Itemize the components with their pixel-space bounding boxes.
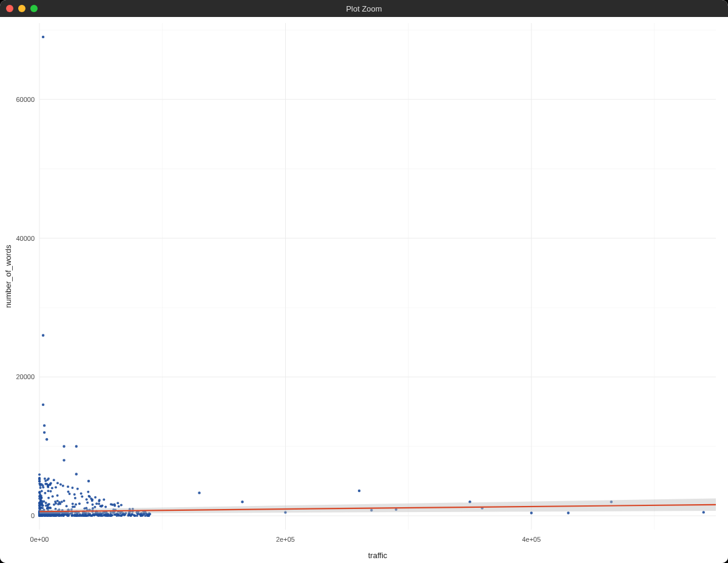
svg-point-359 [44, 477, 46, 480]
svg-point-634 [530, 511, 533, 514]
svg-point-615 [42, 36, 44, 38]
svg-point-583 [49, 484, 52, 486]
y-tick-label: 20000 [16, 373, 35, 380]
svg-point-559 [46, 479, 49, 481]
svg-point-181 [55, 486, 57, 488]
svg-point-591 [91, 499, 93, 502]
svg-point-458 [134, 514, 136, 517]
svg-point-532 [96, 514, 98, 516]
svg-point-572 [50, 490, 52, 493]
svg-point-216 [61, 501, 63, 503]
svg-point-558 [93, 514, 96, 516]
plot-canvas: 0e+002e+054e+050200004000060000trafficnu… [0, 17, 728, 563]
svg-point-527 [56, 500, 59, 502]
svg-point-88 [118, 505, 120, 508]
svg-point-321 [38, 477, 41, 479]
svg-point-440 [38, 504, 41, 507]
svg-point-594 [92, 504, 94, 506]
svg-point-129 [103, 499, 105, 501]
svg-point-516 [67, 490, 69, 493]
svg-point-379 [117, 513, 120, 516]
svg-point-289 [47, 497, 50, 499]
svg-point-339 [47, 490, 50, 492]
svg-point-48 [41, 490, 43, 493]
svg-point-414 [53, 504, 55, 506]
window-titlebar[interactable]: Plot Zoom [0, 0, 728, 17]
svg-rect-0 [39, 23, 716, 530]
svg-point-522 [130, 514, 132, 517]
svg-point-616 [42, 334, 44, 337]
svg-point-475 [83, 514, 86, 517]
svg-point-327 [116, 502, 119, 504]
svg-point-72 [56, 482, 59, 484]
svg-point-622 [62, 459, 65, 461]
svg-point-625 [87, 480, 90, 482]
svg-point-524 [99, 514, 102, 517]
svg-point-598 [55, 514, 58, 517]
x-axis-title: traffic [368, 551, 388, 560]
x-tick-label: 2e+05 [276, 536, 295, 543]
svg-point-530 [59, 484, 62, 486]
svg-point-541 [86, 514, 88, 517]
svg-point-611 [38, 513, 41, 516]
svg-point-417 [87, 491, 89, 493]
svg-point-418 [76, 488, 79, 490]
svg-point-83 [81, 496, 83, 498]
svg-point-597 [49, 507, 52, 509]
svg-point-429 [63, 500, 66, 502]
svg-point-555 [66, 514, 69, 517]
window-close-icon[interactable] [6, 5, 13, 12]
svg-point-565 [41, 484, 44, 487]
svg-point-366 [69, 493, 71, 495]
svg-point-277 [51, 487, 53, 490]
y-tick-label: 60000 [16, 96, 35, 103]
svg-point-623 [75, 445, 78, 448]
window-minimize-icon[interactable] [18, 5, 25, 12]
x-tick-label: 0e+00 [30, 536, 49, 543]
window-title: Plot Zoom [0, 4, 728, 13]
svg-point-393 [38, 480, 41, 482]
svg-point-345 [53, 479, 55, 481]
svg-point-539 [80, 493, 83, 495]
svg-point-480 [39, 507, 41, 510]
svg-point-40 [52, 495, 54, 497]
svg-point-513 [111, 504, 113, 506]
svg-point-612 [89, 496, 91, 498]
svg-point-617 [42, 403, 44, 406]
svg-point-411 [44, 492, 46, 494]
window-zoom-icon[interactable] [30, 5, 38, 12]
svg-point-106 [104, 505, 107, 508]
y-tick-label: 0 [31, 512, 35, 519]
svg-point-262 [86, 501, 89, 504]
svg-point-245 [86, 498, 88, 501]
svg-point-361 [79, 514, 81, 517]
y-axis-title: number_of_words [4, 244, 13, 308]
svg-point-224 [73, 505, 76, 508]
svg-point-455 [98, 499, 101, 501]
svg-point-387 [78, 502, 81, 505]
svg-point-260 [99, 505, 102, 507]
svg-point-336 [71, 487, 73, 489]
svg-point-618 [43, 424, 46, 426]
traffic-lights [6, 5, 38, 12]
svg-point-621 [62, 445, 65, 448]
svg-point-421 [38, 473, 41, 476]
svg-point-556 [47, 505, 49, 507]
svg-point-273 [73, 493, 76, 496]
svg-point-568 [64, 513, 66, 516]
svg-point-243 [95, 502, 98, 505]
x-tick-label: 4e+05 [522, 536, 541, 543]
svg-point-609 [111, 514, 113, 516]
svg-point-620 [46, 438, 48, 440]
svg-point-637 [703, 511, 705, 513]
svg-point-172 [94, 496, 96, 499]
svg-point-58 [45, 502, 47, 504]
svg-point-626 [198, 491, 200, 494]
svg-point-561 [147, 514, 150, 517]
svg-point-549 [39, 502, 41, 504]
svg-point-508 [75, 503, 77, 505]
svg-point-232 [41, 507, 44, 509]
svg-point-459 [54, 501, 56, 503]
svg-point-483 [39, 484, 41, 487]
svg-point-97 [56, 494, 59, 497]
